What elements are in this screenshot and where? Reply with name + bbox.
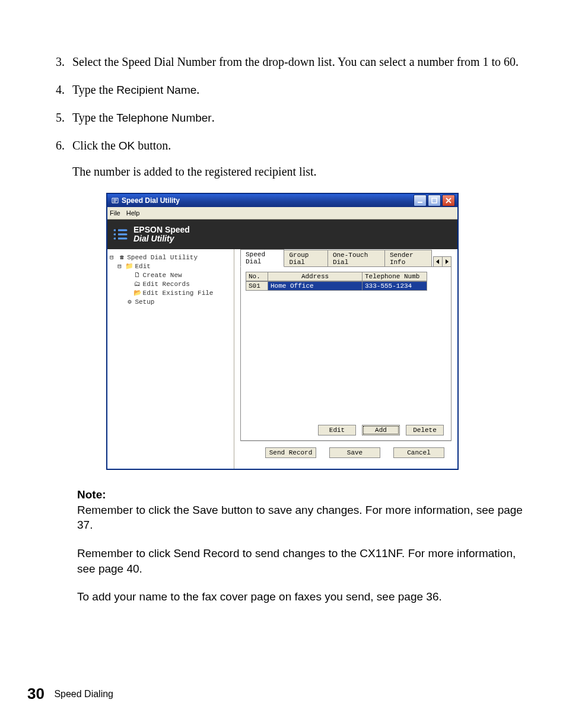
note-p3: To add your name to the fax cover page o… [77, 589, 524, 605]
brand-text: EPSON Speed Dial Utility [133, 225, 190, 243]
grid-header: No. Address Telephone Numb [246, 272, 427, 281]
save-button[interactable]: Save [329, 447, 380, 458]
tree-pane: ⊟ ☎Speed Dial Utility ⊟ 📁Edit 🗋Create Ne… [107, 249, 234, 469]
tree-existing-label: Edit Existing File [143, 290, 214, 297]
brand-logo-icon [113, 227, 129, 242]
delete-button[interactable]: Delete [406, 425, 444, 435]
tree-edit-label: Edit [135, 263, 150, 270]
window-title: Speed Dial Utility [122, 196, 414, 205]
phone-icon: ☎ [117, 253, 126, 261]
tab-group-dial[interactable]: Group Dial [284, 250, 327, 267]
note-p2-b: Send Record [174, 547, 240, 559]
tree-setup-label: Setup [135, 298, 154, 306]
step-3: Select the Speed Dial Number from the dr… [68, 53, 524, 71]
brand-banner: EPSON Speed Dial Utility [107, 220, 457, 249]
bottom-buttons: Send Record Save Cancel [240, 441, 451, 464]
tree-setup[interactable]: ⚙Setup [110, 297, 231, 306]
file-icon: 🗋 [133, 271, 142, 279]
tab-speed-dial[interactable]: Speed Dial [240, 249, 284, 267]
step-5: Type the Telephone Number. [68, 109, 524, 126]
records-icon: 🗂 [133, 280, 142, 288]
tab-scroll-left[interactable] [433, 256, 443, 267]
brand-line1: EPSON Speed [133, 225, 190, 234]
section-name: Speed Dialing [54, 689, 113, 699]
minimize-button[interactable] [414, 195, 427, 206]
note-heading: Note: [77, 488, 106, 501]
step-4-c: . [196, 83, 199, 96]
app-window: Speed Dial Utility File Help EPSON Speed… [107, 193, 458, 469]
tab-content: No. Address Telephone Numb S01 Home Offi… [240, 266, 451, 441]
result-text: The number is added to the registered re… [72, 165, 524, 179]
menubar: File Help [107, 207, 457, 220]
step-6: Click the OK button. [68, 137, 524, 154]
open-icon: 📂 [133, 289, 142, 297]
step-4-a: Type the [72, 83, 116, 96]
step-6-term: OK [119, 139, 135, 152]
tab-scroll-right[interactable] [443, 256, 451, 267]
folder-icon: 📁 [125, 262, 133, 270]
col-telephone[interactable]: Telephone Numb [363, 272, 427, 281]
step-4: Type the Recipient Name. [68, 81, 524, 98]
page-footer: 30 Speed Dialing [27, 685, 113, 703]
step-6-c: button. [135, 139, 171, 152]
note-block: Note: Remember to click the Save button … [42, 487, 524, 605]
grid-row-1[interactable]: S01 Home Office 333-555-1234 [246, 281, 427, 291]
tab-sender-info[interactable]: Sender Info [384, 250, 432, 267]
document-page: Select the Speed Dial Number from the dr… [0, 0, 566, 728]
tree-root-label: Speed Dial Utility [127, 254, 198, 261]
tree-create-new[interactable]: 🗋Create New [110, 271, 231, 279]
add-button[interactable]: Add [362, 425, 400, 435]
cell-address: Home Office [268, 281, 363, 291]
right-pane: Speed Dial Group Dial One-Touch Dial Sen… [234, 249, 457, 469]
note-p1-a: Remember to click the [77, 504, 192, 516]
tree-edit-records[interactable]: 🗂Edit Records [110, 279, 231, 288]
tab-scroll [433, 256, 451, 267]
cell-no: S01 [246, 281, 268, 291]
tree-records-label: Edit Records [143, 281, 190, 288]
step-5-c: . [212, 111, 215, 124]
note-p1-b: Save [192, 504, 218, 516]
tree-create-label: Create New [143, 272, 182, 279]
tree-edit[interactable]: ⊟ 📁Edit [110, 262, 231, 271]
app-icon [111, 196, 119, 205]
col-address[interactable]: Address [268, 272, 363, 281]
cancel-button[interactable]: Cancel [393, 447, 444, 458]
row-action-buttons: Edit Add Delete [318, 425, 444, 435]
tab-one-touch[interactable]: One-Touch Dial [327, 250, 385, 267]
tree-edit-existing[interactable]: 📂Edit Existing File [110, 288, 231, 297]
cell-telephone: 333-555-1234 [363, 281, 427, 291]
svg-rect-1 [432, 198, 437, 203]
tabs-row: Speed Dial Group Dial One-Touch Dial Sen… [240, 255, 451, 267]
menu-help[interactable]: Help [126, 209, 140, 217]
step-3-text: Select the Speed Dial Number from the dr… [72, 55, 519, 68]
step-5-a: Type the [72, 111, 116, 124]
menu-file[interactable]: File [110, 209, 120, 217]
setup-icon: ⚙ [125, 298, 133, 306]
tree-root[interactable]: ⊟ ☎Speed Dial Utility [110, 253, 231, 262]
step-6-a: Click the [72, 139, 119, 152]
maximize-button[interactable] [428, 195, 441, 206]
step-5-term: Telephone Number [116, 112, 212, 124]
edit-button[interactable]: Edit [318, 425, 356, 435]
window-buttons [414, 195, 455, 206]
col-no[interactable]: No. [246, 272, 268, 281]
titlebar[interactable]: Speed Dial Utility [107, 194, 457, 207]
page-number: 30 [27, 685, 44, 702]
close-button[interactable] [442, 195, 455, 206]
brand-line2: Dial Utility [133, 234, 174, 243]
step-4-term: Recipient Name [116, 84, 196, 96]
instruction-list: Select the Speed Dial Number from the dr… [42, 53, 524, 154]
window-body: ⊟ ☎Speed Dial Utility ⊟ 📁Edit 🗋Create Ne… [107, 249, 457, 469]
send-record-button[interactable]: Send Record [265, 447, 316, 458]
svg-rect-0 [418, 202, 422, 203]
note-p2-a: Remember to click [77, 547, 174, 559]
